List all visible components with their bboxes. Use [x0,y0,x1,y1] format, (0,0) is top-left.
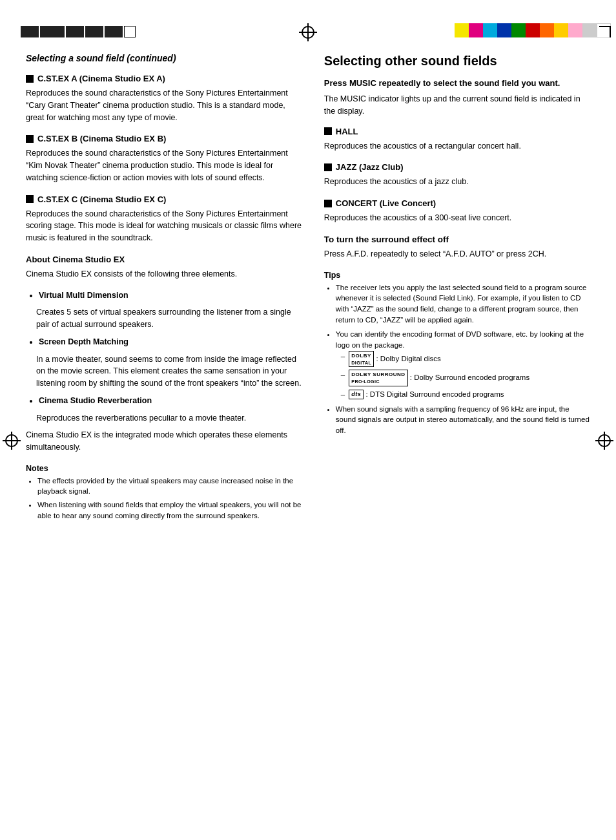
color-block-cyan [483,23,497,37]
corner-mark-tr [599,26,611,37]
black-block-2 [40,26,65,37]
press-music-body: The MUSIC indicator lights up and the cu… [324,93,590,118]
right-section-title: Selecting other sound fields [324,53,590,68]
tip-item-3: When sound signals with a sampling frequ… [336,404,590,436]
note-item-1: The effects provided by the virtual spea… [37,476,302,497]
color-block-magenta [469,23,483,37]
hall-block: HALL Reproduces the acoustics of a recta… [324,127,590,152]
cstex-b-block: C.ST.EX B (Cinema Studio EX B) Reproduce… [26,134,302,184]
cstex-a-title: C.ST.EX A (Cinema Studio EX A) [26,74,302,83]
tips-list: The receiver lets you apply the last sel… [324,282,590,436]
about-items-list-2: Screen Depth Matching [26,336,302,348]
about-item-1-label: Virtual Multi Dimension [39,291,128,300]
surround-off-block: To turn the surround effect off Press A.… [324,235,590,260]
dts-logo: dts [349,390,364,399]
dolby-digital-badge: DOLBYDIGITAL : Dolby Digital discs [349,351,441,368]
black-block-3 [66,26,84,37]
about-item-1: Virtual Multi Dimension [39,289,302,302]
bullet-cstex-b [26,135,34,143]
surround-off-body: Press A.F.D. repeatedly to select “A.F.D… [324,248,590,260]
jazz-title: JAZZ (Jazz Club) [324,162,590,172]
tip-logo-dolby-digital: – DOLBYDIGITAL : Dolby Digital discs [341,351,590,368]
about-item-2: Screen Depth Matching [39,336,302,348]
black-block-5 [105,26,123,37]
hall-title: HALL [324,127,590,136]
about-item-3: Cinema Studio Reverberation [39,395,302,407]
tip-logo-dolby-surround: – DOLBY SURROUNDPRO·LOGIC : Dolby Surrou… [341,370,590,386]
concert-title: CONCERT (Live Concert) [324,198,590,208]
color-block-pink [568,23,582,37]
about-intro: Cinema Studio EX consists of the followi… [26,268,302,280]
about-item-1-detail: Creates 5 sets of virtual speakers surro… [36,306,302,331]
left-crosshair-circle [5,434,18,447]
color-block-gold [554,23,568,37]
left-section-title: Selecting a sound field (continued) [26,53,302,63]
color-block-blue [497,23,511,37]
press-music-heading: Press MUSIC repeatedly to select the sou… [324,78,590,89]
about-items-list-3: Cinema Studio Reverberation [26,395,302,407]
top-bar [0,21,616,41]
note-item-2: When listening with sound fields that em… [37,499,302,521]
tips-block: Tips The receiver lets you apply the las… [324,271,590,436]
right-crosshair [595,432,613,450]
right-crosshair-circle [598,434,611,447]
black-block-1 [21,26,39,37]
jazz-block: JAZZ (Jazz Club) Reproduces the acoustic… [324,162,590,188]
dolby-digital-label: : Dolby Digital discs [376,355,440,362]
bullet-cstex-c [26,195,34,203]
notes-block: Notes The effects provided by the virtua… [26,464,302,521]
bullet-concert [324,200,332,207]
about-heading: About Cinema Studio EX [26,255,302,264]
bullet-cstex-a [26,75,34,83]
dolby-surround-badge: DOLBY SURROUNDPRO·LOGIC : Dolby Surround… [349,370,529,386]
top-crosshair [299,23,317,41]
about-items-list: Virtual Multi Dimension [26,289,302,302]
top-crosshair-circle [302,26,314,39]
concert-block: CONCERT (Live Concert) Reproduces the ac… [324,198,590,224]
bullet-hall [324,127,332,135]
color-blocks-right [455,23,611,37]
left-column: Selecting a sound field (continued) C.ST… [26,53,318,531]
color-block-orange [540,23,554,37]
jazz-body: Reproduces the acoustics of a jazz club. [324,176,590,188]
about-cinema-block: About Cinema Studio EX Cinema Studio EX … [26,255,302,454]
color-block-yellow [455,23,469,37]
tips-heading: Tips [324,271,590,280]
tip-logo-dts: – dts : DTS Digital Surround encoded pro… [341,389,590,400]
bullet-jazz [324,163,332,171]
dash-2: – [341,370,345,381]
concert-body: Reproduces the acoustics of a 300-seat l… [324,212,590,224]
color-block-gray [582,23,597,37]
about-item-3-detail: Reproduces the reverberations peculiar t… [36,412,302,425]
tip-item-1: The receiver lets you apply the last sel… [336,282,590,326]
about-closing: Cinema Studio EX is the integrated mode … [26,429,302,454]
cstex-b-body: Reproduces the sound characteristics of … [26,147,302,184]
left-crosshair [3,432,21,450]
dash-1: – [341,351,345,362]
dash-3: – [341,389,345,400]
dts-badge: dts : DTS Digital Surround encoded progr… [349,389,504,400]
surround-off-heading: To turn the surround effect off [324,235,590,244]
notes-list: The effects provided by the virtual spea… [26,476,302,521]
cstex-a-body: Reproduces the sound characteristics of … [26,87,302,123]
black-blocks-left [21,26,136,37]
color-block-red [526,23,540,37]
cstex-b-title: C.ST.EX B (Cinema Studio EX B) [26,134,302,143]
dolby-surround-label: : Dolby Surround encoded programs [410,373,529,381]
about-item-2-label: Screen Depth Matching [39,337,128,346]
right-column: Selecting other sound fields Press MUSIC… [318,53,590,531]
tip-item-2: You can identify the encoding format of … [336,329,590,399]
page: Selecting a sound field (continued) C.ST… [0,21,616,840]
notes-heading: Notes [26,464,302,473]
color-block-green [511,23,526,37]
about-item-3-label: Cinema Studio Reverberation [39,396,152,405]
black-block-white [124,26,136,37]
dolby-surround-logo: DOLBY SURROUNDPRO·LOGIC [349,370,407,386]
cstex-a-block: C.ST.EX A (Cinema Studio EX A) Reproduce… [26,74,302,123]
hall-body: Reproduces the acoustics of a rectangula… [324,140,590,152]
cstex-c-body: Reproduces the sound characteristics of … [26,208,302,244]
cstex-c-block: C.ST.EX C (Cinema Studio EX C) Reproduce… [26,194,302,244]
about-item-2-detail: In a movie theater, sound seems to come … [36,353,302,390]
dts-label: : DTS Digital Surround encoded programs [365,390,504,398]
black-block-4 [85,26,103,37]
